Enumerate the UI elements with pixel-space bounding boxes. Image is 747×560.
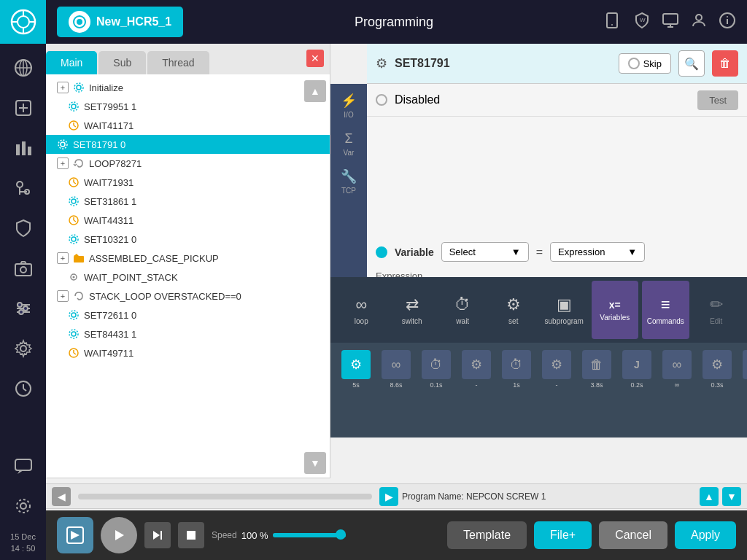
tl-item-1[interactable]: ∞ 8.6s xyxy=(378,350,414,389)
monitor-icon[interactable] xyxy=(662,12,679,33)
program-panel: Main Sub Thread ✕ ▲ + Initialize xyxy=(46,44,330,510)
palette-wait[interactable]: ⏱ wait xyxy=(439,281,487,339)
delete-button[interactable]: 🗑 xyxy=(712,50,738,77)
expand-icon[interactable]: + xyxy=(57,252,69,264)
gear-icon xyxy=(68,233,80,245)
play-button[interactable] xyxy=(101,517,137,553)
io-button[interactable]: ⚡ I/O xyxy=(333,88,365,124)
tree-item-wait71931[interactable]: WAIT71931 xyxy=(46,173,330,192)
expression-dropdown[interactable]: Expression ▼ xyxy=(550,242,645,262)
tab-thread[interactable]: Thread xyxy=(147,51,209,74)
svg-point-64 xyxy=(71,237,76,241)
program-scroll-track[interactable] xyxy=(78,494,372,499)
tree-item-loop78271[interactable]: + LOOP78271 xyxy=(46,154,330,173)
program-nav-up[interactable]: ▲ xyxy=(700,487,719,506)
tl-item-0[interactable]: ⚙ 5s xyxy=(338,350,374,389)
apply-button[interactable]: Apply xyxy=(675,521,736,549)
record-button[interactable] xyxy=(57,517,93,553)
tree-item-initialize[interactable]: + Initialize xyxy=(46,78,330,97)
tree-item-stack-loop[interactable]: + STACK_LOOP OVERSTACKED==0 xyxy=(46,287,330,306)
tab-sub[interactable]: Sub xyxy=(98,51,146,74)
user-icon[interactable] xyxy=(690,12,708,33)
next-program-button[interactable]: ▶ xyxy=(379,487,398,506)
tl-item-4[interactable]: ⏱ 1s xyxy=(498,350,535,389)
tl-item-2[interactable]: ⏱ 0.1s xyxy=(418,350,454,389)
sidebar-icon-shield[interactable] xyxy=(0,208,46,248)
tl-item-7[interactable]: J 0.2s xyxy=(619,350,655,389)
warranty-icon[interactable]: W xyxy=(633,12,651,33)
speed-track[interactable] xyxy=(273,533,346,537)
tab-main[interactable]: Main xyxy=(46,51,97,74)
tree-item-set79951[interactable]: SET79951 1 xyxy=(46,97,330,116)
variable-radio[interactable] xyxy=(376,246,387,258)
command-editor-panel: ⚙ SET81791 Skip 🔍 🗑 Disabled Test Variab… xyxy=(367,44,747,277)
tree-item-set10321[interactable]: SET10321 0 xyxy=(46,230,330,249)
variables-palette-icon: x= xyxy=(609,299,621,311)
palette-loop[interactable]: ∞ loop xyxy=(338,281,385,339)
cancel-button[interactable]: Cancel xyxy=(599,521,667,549)
sidebar-icon-chat[interactable] xyxy=(0,446,46,486)
program-nav-down[interactable]: ▼ xyxy=(722,487,741,506)
palette-subprogram[interactable]: ▣ subprogram xyxy=(541,281,588,339)
tree-item-set72611[interactable]: SET72611 0 xyxy=(46,306,330,324)
tl-item-3[interactable]: ⚙ - xyxy=(458,350,495,389)
tl-icon-8: ∞ xyxy=(662,350,692,379)
template-button[interactable]: Template xyxy=(447,521,527,549)
sidebar-icon-chart[interactable] xyxy=(0,128,46,168)
search-button[interactable]: 🔍 xyxy=(678,50,705,77)
palette-commands[interactable]: ≡ Commands xyxy=(642,281,689,339)
tree-item-wait-point[interactable]: WAIT_POINT_STACK xyxy=(46,268,330,287)
tree-item-wait41171[interactable]: WAIT41171 xyxy=(46,116,330,135)
expand-icon[interactable]: + xyxy=(57,290,69,302)
scroll-down-button[interactable]: ▼ xyxy=(304,452,326,474)
prev-program-button[interactable]: ◀ xyxy=(52,487,71,506)
tree-item-wait49711[interactable]: WAIT49711 xyxy=(46,343,330,362)
palette-switch[interactable]: ⇄ switch xyxy=(389,281,436,339)
tl-item-6[interactable]: 🗑 3.8s xyxy=(578,350,615,389)
info-icon[interactable] xyxy=(719,12,736,33)
tree-item-set84431[interactable]: SET84431 1 xyxy=(46,324,330,343)
palette-switch-label: switch xyxy=(402,317,422,325)
sidebar-icon-camera[interactable] xyxy=(0,248,46,288)
stop-button[interactable] xyxy=(178,522,204,548)
gear-icon xyxy=(68,195,80,207)
palette-set[interactable]: ⚙ set xyxy=(490,281,538,339)
file-button[interactable]: File+ xyxy=(534,521,592,549)
tl-item-10[interactable]: ⚙ - xyxy=(739,350,747,389)
robot-name-badge[interactable]: New_HCR5_1 xyxy=(57,7,183,37)
tcp-button[interactable]: 🔧 TCP xyxy=(333,163,365,200)
sidebar-icon-sliders[interactable] xyxy=(0,288,46,328)
palette-variables[interactable]: x= Variables xyxy=(592,281,639,339)
speed-thumb[interactable] xyxy=(336,529,346,540)
var-button[interactable]: Σ Var xyxy=(333,125,365,162)
tl-item-8[interactable]: ∞ ∞ xyxy=(659,350,695,389)
tab-close-button[interactable]: ✕ xyxy=(306,50,324,67)
sidebar-icon-robot-arm[interactable] xyxy=(0,168,46,208)
tree-item-set81791[interactable]: SET81791 0 xyxy=(46,135,330,154)
svg-point-33 xyxy=(20,503,26,509)
scroll-up-button[interactable]: ▲ xyxy=(304,80,326,102)
variable-select-dropdown[interactable]: Select ▼ xyxy=(441,242,529,262)
svg-line-58 xyxy=(74,182,76,184)
disabled-radio[interactable] xyxy=(376,94,387,106)
tablet-icon[interactable] xyxy=(605,12,622,33)
sidebar-icon-settings[interactable] xyxy=(0,486,46,526)
tl-item-9[interactable]: ⚙ 0.3s xyxy=(699,350,735,389)
expand-icon[interactable]: + xyxy=(57,158,69,169)
tree-item-assembled[interactable]: + ASSEMBLED_CASE_PICKUP xyxy=(46,249,330,268)
header-icons: W xyxy=(605,12,736,33)
tree-item-set31861[interactable]: SET31861 1 xyxy=(46,192,330,211)
app-logo[interactable] xyxy=(0,0,46,44)
skip-button[interactable]: Skip xyxy=(619,53,671,74)
sidebar-icon-clock[interactable] xyxy=(0,368,46,408)
sidebar-icon-global[interactable] xyxy=(0,47,46,88)
tl-item-5[interactable]: ⚙ - xyxy=(538,350,575,389)
sidebar-icon-move[interactable] xyxy=(0,88,46,128)
palette-edit[interactable]: ✏ Edit xyxy=(693,281,740,339)
svg-point-60 xyxy=(69,197,78,206)
expand-icon[interactable]: + xyxy=(57,82,69,93)
tree-item-wait44311[interactable]: WAIT44311 xyxy=(46,211,330,230)
skip-forward-button[interactable] xyxy=(144,522,171,548)
sidebar-icon-gear[interactable] xyxy=(0,328,46,368)
test-button[interactable]: Test xyxy=(697,90,738,110)
